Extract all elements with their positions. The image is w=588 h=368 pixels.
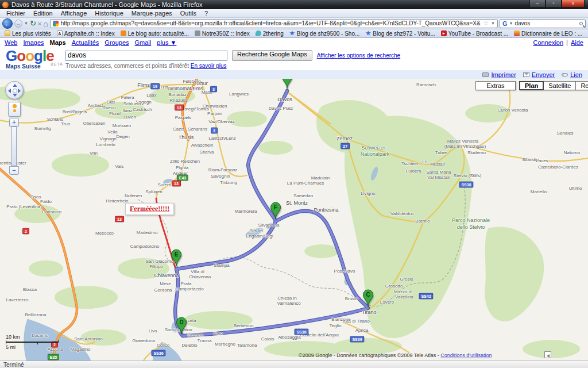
gnav-link-web[interactable]: Web [5, 39, 17, 46]
map-label: Chiesa in [277, 296, 296, 301]
map-label: Flims [137, 82, 150, 88]
collapse-attribution-icon[interactable] [544, 351, 551, 358]
bookmark-item[interactable]: Dictionnaire de LEO : ... [512, 30, 585, 37]
gnav-link-images[interactable]: Images [23, 39, 44, 46]
map-label: Paspels [175, 115, 191, 120]
forward-icon[interactable]: → [14, 20, 22, 28]
route-marker-E[interactable]: E [171, 249, 183, 269]
menu-fichier[interactable]: Fichier [2, 10, 29, 17]
map-label: Faido [40, 199, 52, 204]
menu-affichage[interactable]: Affichage [57, 10, 91, 17]
gnav-link-gmail[interactable]: Gmail [135, 39, 152, 46]
map-label: Chironico [42, 209, 61, 214]
recenter-icon[interactable] [13, 89, 17, 93]
map-label: Ilanz [123, 108, 133, 113]
history-dropdown-icon[interactable]: ▼ [24, 21, 28, 25]
pan-right-icon[interactable] [18, 89, 21, 93]
zoom-out-button[interactable]: − [9, 166, 19, 175]
map-label: Tirano [362, 309, 376, 315]
bookmark-item[interactable]: ★Blog de shz9500 - Sho... [287, 30, 362, 37]
plan-button[interactable]: Plan [519, 81, 544, 90]
map-label: Mese [160, 281, 171, 286]
menu-historique[interactable]: Historique [91, 10, 127, 17]
map-label: Tamins [167, 86, 181, 91]
envoyer-link[interactable]: Envoyer [523, 71, 555, 78]
home-icon[interactable]: ⌂ [43, 20, 48, 28]
menu-édition[interactable]: Édition [29, 10, 57, 17]
learn-more-link[interactable]: En savoir plus [191, 63, 227, 69]
zoom-slider[interactable] [11, 126, 17, 166]
map-label: Ramosch [416, 82, 436, 87]
relief-button[interactable]: Relief [576, 81, 588, 90]
map-label: Splügen [145, 189, 162, 194]
gnav-link-plus[interactable]: plus ▼ [157, 39, 176, 46]
menu-?[interactable]: ? [200, 10, 212, 17]
search-engine-dropdown-icon[interactable]: ▼ [509, 21, 513, 25]
minimize-button[interactable]: – [529, 0, 546, 7]
magnifier-icon[interactable] [579, 22, 583, 25]
pan-left-icon[interactable] [8, 89, 11, 93]
gnav-link-actualits[interactable]: Actualités [72, 39, 99, 46]
bookmark-star-icon[interactable]: ☆ [483, 20, 489, 27]
map-label: Schluein [123, 101, 141, 106]
maximize-button[interactable]: ▫ [546, 0, 562, 7]
route-shield-13: 13 [115, 216, 124, 223]
route-marker-F[interactable]: F [270, 202, 282, 222]
bookmark-item[interactable]: Notre350Z :: Index [192, 30, 252, 37]
pan-up-icon[interactable] [13, 84, 17, 87]
pegman-icon[interactable] [13, 104, 17, 108]
gnav-link-groupes[interactable]: Groupes [105, 39, 129, 46]
stop-icon[interactable]: × [38, 20, 41, 27]
bookmark-item[interactable]: ★Blog de shz972 - Voitu... [363, 30, 437, 37]
imprimer-link[interactable]: Imprimer [482, 71, 516, 78]
map-label: Chiavenna [189, 274, 211, 279]
map-label: Grosio [400, 277, 413, 282]
bookmark-label: YouTube - Broadcast ... [448, 30, 508, 37]
route-marker-D[interactable]: D [176, 317, 188, 337]
map-label: Brusio [345, 296, 358, 301]
back-icon[interactable]: ← [2, 18, 13, 29]
bookmark-item[interactable]: Le blog auto: actualité... [118, 30, 191, 37]
bookmark-item[interactable]: AAsphalte.ch :: Index [55, 30, 117, 37]
map-label: San Giacomo [146, 259, 173, 264]
search-options-link[interactable]: Afficher les options de recherche [317, 52, 400, 59]
search-engine-input[interactable]: davos [515, 20, 578, 26]
pan-control[interactable] [5, 81, 24, 99]
gnav-link-maps[interactable]: Maps [50, 39, 66, 46]
title-bar[interactable]: Davos à Route 3/Stradun Chantunel - Goog… [0, 0, 588, 9]
connexion-link[interactable]: Connexion [533, 39, 564, 46]
extras-button[interactable]: Extras [475, 81, 516, 90]
zoom-in-button[interactable]: + [9, 118, 19, 126]
menu-outils[interactable]: Outils [176, 10, 200, 17]
aide-link[interactable]: Aide [571, 39, 583, 46]
map-label: Rhäzüns [169, 98, 188, 103]
terms-link[interactable]: Conditions d'utilisation [440, 352, 492, 358]
bookmark-item[interactable]: WDictionnaire anglais [586, 30, 588, 37]
route-marker-C[interactable]: C [362, 289, 374, 309]
street-view-pegman-control[interactable] [8, 102, 21, 117]
map-label: Morbegno [215, 342, 235, 347]
map-label: dello Stelvio [457, 224, 485, 230]
search-engine-box[interactable]: G ▼ davos [500, 19, 586, 28]
map-canvas[interactable]: ChurFelsbergDomat/EmsTaminsTrinFlimsLaax… [0, 79, 588, 361]
bookmark-item[interactable]: 2thering [253, 30, 286, 37]
menu-marque-pages[interactable]: Marque-pages [127, 10, 176, 17]
pan-down-icon[interactable] [13, 94, 17, 97]
bookmark-item[interactable]: Les plus visités [2, 30, 53, 37]
url-dropdown-icon[interactable]: ▼ [491, 21, 495, 25]
map-label: Stampa [214, 263, 230, 268]
url-bar[interactable]: http://maps.google.ch/maps?q=davos&oe=ut… [50, 19, 498, 28]
bookmark-item[interactable]: ▸YouTube - Broadcast ... [439, 30, 510, 37]
map-search-button[interactable]: Recherche Google Maps [232, 50, 312, 61]
lien-link[interactable]: Lien [562, 71, 582, 78]
map-attribution: ©2009 Google - Données cartographiques ©… [299, 352, 492, 358]
reload-icon[interactable]: ↻ [30, 20, 36, 28]
map-label: Naturno [564, 150, 580, 155]
map-search-input[interactable]: davos [65, 51, 227, 61]
map-label: Alvaschein [191, 143, 214, 148]
route-marker-A[interactable]: A [281, 79, 293, 91]
url-text[interactable]: http://maps.google.ch/maps?q=davos&oe=ut… [61, 20, 481, 26]
satellite-button[interactable]: Satellite [544, 81, 576, 90]
map-label: Teglio [330, 323, 342, 328]
close-button[interactable]: x [562, 0, 585, 7]
